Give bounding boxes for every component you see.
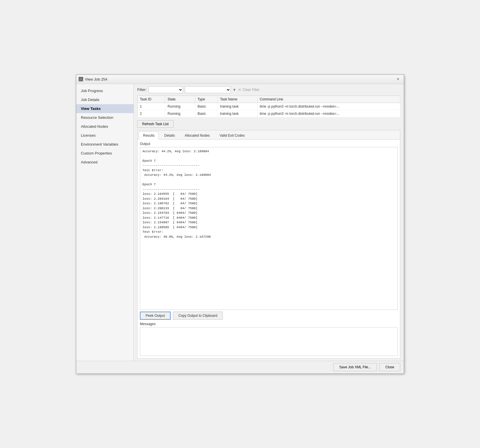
title-bar: View Job 254 × (76, 75, 404, 84)
cell-name: training task (218, 103, 257, 110)
close-window-button[interactable]: × (395, 76, 401, 83)
copy-output-button[interactable]: Copy Output to Clipboard (173, 312, 223, 320)
cell-state: Running (165, 110, 195, 117)
results-body: Output Accuracy: 44.2%, Avg loss: 2.1898… (138, 140, 400, 358)
output-text[interactable]: Accuracy: 44.2%, Avg loss: 2.189804 Epoc… (140, 147, 398, 310)
filter-label: Filter: (137, 87, 147, 92)
col-task-id: Task ID (138, 96, 165, 103)
tab-allocated-nodes[interactable]: Allocated Nodes (180, 131, 214, 139)
tab-results[interactable]: Results (139, 131, 159, 140)
main-content: Job ProgressJob DetailsView TasksResourc… (76, 84, 404, 361)
sidebar-item-allocated-nodes[interactable]: Allocated Nodes (76, 122, 134, 131)
output-buttons: Peek Output Copy Output to Clipboard (140, 312, 398, 320)
content-area: Filter: ▼ ✕ Clear Filter (134, 84, 404, 361)
table-row[interactable]: 2RunningBasictraining tasktime -p python… (138, 110, 400, 117)
results-panel: ResultsDetailsAllocated NodesValid Exit … (137, 130, 400, 359)
tab-valid-exit-codes[interactable]: Valid Exit Codes (215, 131, 249, 139)
peek-output-button[interactable]: Peek Output (140, 312, 171, 320)
sidebar-item-job-details[interactable]: Job Details (76, 95, 134, 104)
tabs-bar: ResultsDetailsAllocated NodesValid Exit … (138, 130, 400, 140)
bottom-bar: Save Job XML File... Close (76, 361, 404, 373)
sidebar-item-resource-selection[interactable]: Resource Selection (76, 113, 134, 122)
filter-bar: Filter: ▼ ✕ Clear Filter (137, 86, 400, 93)
cell-type: Basic (195, 110, 218, 117)
sidebar-item-job-progress[interactable]: Job Progress (76, 86, 134, 95)
cell-command: time -p python3 -m torch.distributed.run… (257, 103, 400, 110)
window-title: View Job 254 (85, 77, 107, 81)
refresh-task-list-button[interactable]: Refresh Task List (137, 120, 174, 128)
clear-filter-button[interactable]: ✕ Clear Filter (238, 87, 260, 92)
cell-name: training task (218, 110, 257, 117)
sidebar-item-licenses[interactable]: Licenses (76, 131, 134, 140)
cell-state: Running (165, 103, 195, 110)
cell-id: 1 (138, 103, 165, 110)
svg-rect-0 (79, 77, 83, 80)
save-job-xml-button[interactable]: Save Job XML File... (333, 363, 377, 371)
filter-select-2[interactable] (185, 86, 231, 93)
sidebar-item-custom-properties[interactable]: Custom Properties (76, 149, 134, 158)
cell-type: Basic (195, 103, 218, 110)
window-icon (79, 77, 83, 81)
col-state: State (165, 96, 195, 103)
messages-label: Messages (140, 322, 398, 326)
clear-x-icon: ✕ (238, 87, 241, 92)
col-type: Type (195, 96, 218, 103)
col-task-name: Task Name (218, 96, 257, 103)
filter-icon: ▼ (233, 87, 237, 92)
task-table: Task ID State Type Task Name Command Lin… (137, 96, 400, 117)
sidebar-item-advanced[interactable]: Advanced (76, 158, 134, 167)
messages-box[interactable] (140, 327, 398, 356)
close-button[interactable]: Close (379, 363, 400, 371)
col-command-line: Command Line (257, 96, 400, 103)
sidebar-item-environment-variables[interactable]: Environment Variables (76, 140, 134, 149)
clear-filter-label: Clear Filter (243, 88, 260, 92)
cell-id: 2 (138, 110, 165, 117)
title-bar-left: View Job 254 (79, 77, 107, 81)
sidebar-item-view-tasks[interactable]: View Tasks (76, 104, 134, 113)
filter-select-1[interactable] (148, 86, 183, 93)
main-window: View Job 254 × Job ProgressJob DetailsVi… (76, 75, 404, 374)
tab-details[interactable]: Details (160, 131, 179, 139)
output-label: Output (140, 142, 398, 146)
task-panel: Filter: ▼ ✕ Clear Filter (134, 84, 404, 130)
table-row[interactable]: 1RunningBasictraining tasktime -p python… (138, 103, 400, 110)
cell-command: time -p python3 -m torch.distributed.run… (257, 110, 400, 117)
sidebar: Job ProgressJob DetailsView TasksResourc… (76, 84, 134, 361)
